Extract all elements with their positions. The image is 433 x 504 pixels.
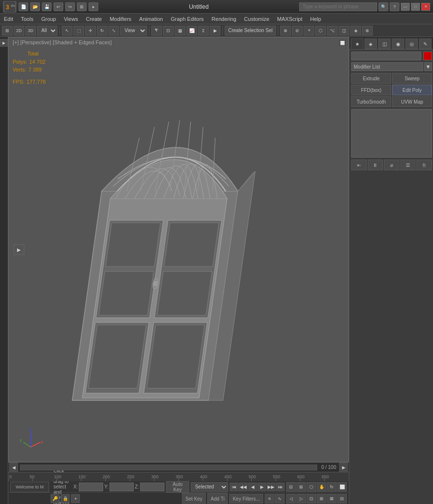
ffd-btn[interactable]: FFD(box) [351,85,391,95]
menu-edit[interactable]: Edit [0,15,17,23]
remove-btn[interactable]: ⌀ [384,160,399,170]
menu-create[interactable]: Create [82,15,106,23]
pause-btn[interactable]: ⏸ [368,160,383,170]
uvw-map-btn[interactable]: UVW Map [392,96,432,107]
render-setup[interactable]: Σ [198,26,209,36]
lock-icon[interactable]: 🔒 [61,494,70,503]
menu-rendering[interactable]: Rendering [208,15,240,23]
view-dropdown[interactable]: View [120,26,147,36]
misc-icon1[interactable]: ⌖ [71,494,80,503]
snap-n1[interactable]: ◁ [286,494,296,504]
menu-maxscript[interactable]: MAXScript [273,15,307,23]
snap-n4[interactable]: ⊞ [317,494,326,504]
misc5[interactable]: ◈ [350,26,361,36]
z-input[interactable] [140,483,164,491]
new-file-icon[interactable]: 📄 [18,2,28,11]
menu-graph-editors[interactable]: Graph Editors [167,15,208,23]
x-input[interactable] [79,483,103,491]
nav-maximize[interactable]: ⬜ [337,482,347,492]
pb-prev-start[interactable]: ⏮ [230,483,238,491]
list-btn[interactable]: ☰ [400,160,416,170]
menu-tools[interactable]: Tools [17,15,37,23]
extrude-btn[interactable]: Extrude [351,73,391,84]
nav-zoom-all[interactable]: ⊞ [296,482,306,492]
tab-display[interactable]: ◎ [405,38,418,49]
3d-canvas[interactable] [9,37,348,462]
menu-animation[interactable]: Animation [135,15,167,23]
selected-dropdown[interactable]: Selected [191,482,228,492]
pin-btn[interactable]: ⇤ [351,160,367,170]
vp-maximize[interactable]: ⬜ [339,39,346,46]
misc4[interactable]: ◫ [339,26,349,36]
modifier-list-arrow[interactable]: ▼ [424,62,432,71]
add-time-button[interactable]: Add Ti [207,493,228,504]
timeline-next[interactable]: ▶ [339,463,348,472]
named-sel[interactable]: ⊕ [280,26,291,36]
sweep-btn[interactable]: Sweep [392,73,432,84]
timeline-prev[interactable]: ◀ [9,463,18,472]
timeline-bar[interactable] [20,465,317,470]
pb-play[interactable]: ▶ [257,483,266,491]
menu-customize[interactable]: Customize [240,15,273,23]
key-mode[interactable]: ∿ [275,494,285,504]
redo-icon[interactable]: ↪ [65,2,75,11]
misc6[interactable]: ⊗ [362,26,373,36]
tab-modify[interactable]: ◈ [364,38,377,49]
snap-n5[interactable]: ⊠ [327,494,337,504]
modifier-list-label[interactable]: Modifier List [351,62,423,71]
open-file-icon[interactable]: 📂 [30,2,40,11]
save-file-icon[interactable]: 💾 [42,2,52,11]
region-select[interactable]: ⬚ [73,26,84,36]
viewport[interactable]: [+] [Perspective] [Shaded + Edged Faces]… [8,37,349,462]
search-icon[interactable]: 🔍 [379,2,388,11]
align-tool[interactable]: ⊡ [163,26,174,36]
create-selection-button[interactable]: Create Selection Sel [225,26,276,36]
move-tool[interactable]: ✛ [85,26,96,36]
help-icon[interactable]: ? [390,2,399,11]
menu-help[interactable]: Help [307,15,325,23]
set-key-button[interactable]: Set Key [182,493,206,504]
pb-next-end[interactable]: ⏭ [276,483,285,491]
tab-utilities[interactable]: ✎ [419,38,432,49]
search-input[interactable] [299,2,377,11]
minimize-button[interactable]: — [401,3,410,11]
arrow-icon[interactable]: ▸ [89,2,98,11]
curve-editor[interactable]: 📈 [186,26,197,36]
snap-toggle[interactable]: ⊞ [2,26,13,36]
pb-prev-key[interactable]: ◀◀ [239,483,248,491]
tab-create[interactable]: ★ [351,38,363,49]
frame-mode[interactable]: ≡ [265,494,274,504]
close-button[interactable]: ✕ [421,3,430,11]
viewport-play-btn[interactable]: ▶ [14,244,24,255]
nav-zoom-extents[interactable]: ⊟ [286,482,296,492]
rotate-tool[interactable]: ↻ [97,26,108,36]
auto-key-button[interactable]: Auto Key [166,481,189,493]
pb-prev-frame[interactable]: ◀ [248,483,257,491]
y-input[interactable] [109,483,134,491]
snap-n3[interactable]: ⊡ [307,494,316,504]
scale-tool[interactable]: ⤡ [108,26,119,36]
menu-group[interactable]: Group [37,15,60,23]
snap-3d[interactable]: 3D [25,26,36,36]
mirror-tool[interactable]: ⧨ [151,26,162,36]
key-filters-button[interactable]: Key Filters... [229,494,263,504]
misc2[interactable]: ⬡ [315,26,326,36]
nav-pan[interactable]: ✋ [317,482,326,492]
maximize-button[interactable]: □ [411,3,420,11]
filter-dropdown[interactable]: All [37,26,57,36]
pb-next-frame[interactable]: ▶▶ [267,483,275,491]
snap-n2[interactable]: ▷ [296,494,306,504]
snap-2d[interactable]: 2D [14,26,24,36]
menu-modifiers[interactable]: Modifiers [106,15,135,23]
misc1[interactable]: ⌖ [304,26,314,36]
key-icon[interactable]: 🔑 [51,494,59,503]
layer-mgr[interactable]: ▦ [175,26,185,36]
nav-zoom-region[interactable]: ⬡ [307,482,316,492]
nav-orbit[interactable]: ↻ [327,482,337,492]
select-tool[interactable]: ↖ [62,26,72,36]
tab-motion[interactable]: ◉ [392,38,404,49]
menu-views[interactable]: Views [60,15,82,23]
undo-icon[interactable]: ↩ [54,2,63,11]
copy-btn[interactable]: ⎘ [416,160,432,170]
color-swatch[interactable] [423,52,432,60]
